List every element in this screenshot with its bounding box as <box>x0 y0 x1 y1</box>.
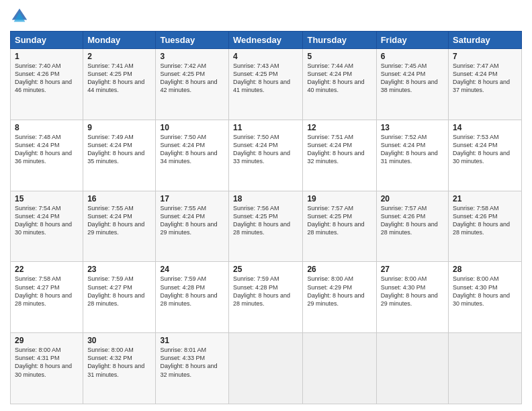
day-info: Sunrise: 7:50 AMSunset: 4:24 PMDaylight:… <box>233 133 298 166</box>
table-row: 25Sunrise: 7:59 AMSunset: 4:28 PMDayligh… <box>229 262 303 333</box>
header-day-thursday: Thursday <box>303 32 376 49</box>
table-row: 3Sunrise: 7:42 AMSunset: 4:25 PMDaylight… <box>156 49 229 120</box>
day-number: 19 <box>307 194 371 203</box>
table-row: 7Sunrise: 7:47 AMSunset: 4:24 PMDaylight… <box>449 49 522 120</box>
table-row: 2Sunrise: 7:41 AMSunset: 4:25 PMDaylight… <box>83 49 156 120</box>
week-row-1: 1Sunrise: 7:40 AMSunset: 4:26 PMDaylight… <box>11 49 522 120</box>
table-row <box>376 333 448 404</box>
table-row: 19Sunrise: 7:57 AMSunset: 4:25 PMDayligh… <box>303 191 376 262</box>
day-info: Sunrise: 8:00 AMSunset: 4:30 PMDaylight:… <box>453 275 517 308</box>
day-number: 26 <box>307 265 371 274</box>
day-number: 30 <box>87 336 151 345</box>
header <box>10 7 522 26</box>
table-row: 6Sunrise: 7:45 AMSunset: 4:24 PMDaylight… <box>376 49 448 120</box>
table-row: 31Sunrise: 8:01 AMSunset: 4:33 PMDayligh… <box>156 333 229 404</box>
table-row: 21Sunrise: 7:58 AMSunset: 4:26 PMDayligh… <box>449 191 522 262</box>
table-row: 18Sunrise: 7:56 AMSunset: 4:25 PMDayligh… <box>229 191 303 262</box>
day-info: Sunrise: 8:00 AMSunset: 4:30 PMDaylight:… <box>381 275 444 308</box>
day-number: 29 <box>15 336 79 345</box>
day-info: Sunrise: 7:42 AMSunset: 4:25 PMDaylight:… <box>160 62 224 95</box>
day-info: Sunrise: 7:54 AMSunset: 4:24 PMDaylight:… <box>15 204 79 237</box>
table-row: 11Sunrise: 7:50 AMSunset: 4:24 PMDayligh… <box>229 120 303 191</box>
table-row <box>229 333 303 404</box>
table-row: 15Sunrise: 7:54 AMSunset: 4:24 PMDayligh… <box>11 191 83 262</box>
day-number: 20 <box>381 194 444 203</box>
day-number: 1 <box>15 52 79 61</box>
day-number: 7 <box>453 52 517 61</box>
day-number: 23 <box>87 265 151 274</box>
table-row: 22Sunrise: 7:58 AMSunset: 4:27 PMDayligh… <box>11 262 83 333</box>
table-row: 17Sunrise: 7:55 AMSunset: 4:24 PMDayligh… <box>156 191 229 262</box>
table-row: 5Sunrise: 7:44 AMSunset: 4:24 PMDaylight… <box>303 49 376 120</box>
header-day-wednesday: Wednesday <box>229 32 303 49</box>
table-row <box>303 333 376 404</box>
week-row-2: 8Sunrise: 7:48 AMSunset: 4:24 PMDaylight… <box>11 120 522 191</box>
table-row: 30Sunrise: 8:00 AMSunset: 4:32 PMDayligh… <box>83 333 156 404</box>
day-info: Sunrise: 8:00 AMSunset: 4:32 PMDaylight:… <box>87 346 151 379</box>
day-number: 2 <box>87 52 151 61</box>
table-row: 26Sunrise: 8:00 AMSunset: 4:29 PMDayligh… <box>303 262 376 333</box>
day-number: 12 <box>307 123 371 132</box>
calendar-header: SundayMondayTuesdayWednesdayThursdayFrid… <box>11 32 522 49</box>
table-row: 1Sunrise: 7:40 AMSunset: 4:26 PMDaylight… <box>11 49 83 120</box>
day-number: 6 <box>381 52 444 61</box>
table-row: 9Sunrise: 7:49 AMSunset: 4:24 PMDaylight… <box>83 120 156 191</box>
day-number: 18 <box>233 194 298 203</box>
day-info: Sunrise: 7:59 AMSunset: 4:28 PMDaylight:… <box>160 275 224 308</box>
header-day-sunday: Sunday <box>11 32 83 49</box>
day-info: Sunrise: 7:58 AMSunset: 4:26 PMDaylight:… <box>453 204 517 237</box>
day-number: 25 <box>233 265 298 274</box>
header-day-friday: Friday <box>376 32 448 49</box>
day-number: 22 <box>15 265 79 274</box>
header-day-tuesday: Tuesday <box>156 32 229 49</box>
day-info: Sunrise: 8:00 AMSunset: 4:29 PMDaylight:… <box>307 275 371 308</box>
table-row: 20Sunrise: 7:57 AMSunset: 4:26 PMDayligh… <box>376 191 448 262</box>
table-row: 23Sunrise: 7:59 AMSunset: 4:27 PMDayligh… <box>83 262 156 333</box>
header-day-monday: Monday <box>83 32 156 49</box>
table-row: 24Sunrise: 7:59 AMSunset: 4:28 PMDayligh… <box>156 262 229 333</box>
day-number: 8 <box>15 123 79 132</box>
logo <box>10 7 32 26</box>
day-number: 17 <box>160 194 224 203</box>
week-row-4: 22Sunrise: 7:58 AMSunset: 4:27 PMDayligh… <box>11 262 522 333</box>
day-number: 11 <box>233 123 298 132</box>
day-info: Sunrise: 7:52 AMSunset: 4:24 PMDaylight:… <box>381 133 444 166</box>
day-info: Sunrise: 7:43 AMSunset: 4:25 PMDaylight:… <box>233 62 298 95</box>
day-number: 24 <box>160 265 224 274</box>
day-info: Sunrise: 7:50 AMSunset: 4:24 PMDaylight:… <box>160 133 224 166</box>
day-number: 28 <box>453 265 517 274</box>
day-info: Sunrise: 7:47 AMSunset: 4:24 PMDaylight:… <box>453 62 517 95</box>
day-number: 3 <box>160 52 224 61</box>
calendar-table: SundayMondayTuesdayWednesdayThursdayFrid… <box>10 31 522 404</box>
day-info: Sunrise: 8:00 AMSunset: 4:31 PMDaylight:… <box>15 346 79 379</box>
week-row-5: 29Sunrise: 8:00 AMSunset: 4:31 PMDayligh… <box>11 333 522 404</box>
day-info: Sunrise: 7:45 AMSunset: 4:24 PMDaylight:… <box>381 62 444 95</box>
page: SundayMondayTuesdayWednesdayThursdayFrid… <box>0 0 532 411</box>
day-number: 31 <box>160 336 224 345</box>
day-number: 13 <box>381 123 444 132</box>
day-info: Sunrise: 7:51 AMSunset: 4:24 PMDaylight:… <box>307 133 371 166</box>
day-info: Sunrise: 7:55 AMSunset: 4:24 PMDaylight:… <box>160 204 224 237</box>
day-info: Sunrise: 8:01 AMSunset: 4:33 PMDaylight:… <box>160 346 224 379</box>
day-info: Sunrise: 7:49 AMSunset: 4:24 PMDaylight:… <box>87 133 151 166</box>
day-info: Sunrise: 7:58 AMSunset: 4:27 PMDaylight:… <box>15 275 79 308</box>
logo-icon <box>10 7 29 26</box>
table-row: 10Sunrise: 7:50 AMSunset: 4:24 PMDayligh… <box>156 120 229 191</box>
day-info: Sunrise: 7:55 AMSunset: 4:24 PMDaylight:… <box>87 204 151 237</box>
day-number: 4 <box>233 52 298 61</box>
table-row: 8Sunrise: 7:48 AMSunset: 4:24 PMDaylight… <box>11 120 83 191</box>
day-info: Sunrise: 7:57 AMSunset: 4:26 PMDaylight:… <box>381 204 444 237</box>
table-row: 13Sunrise: 7:52 AMSunset: 4:24 PMDayligh… <box>376 120 448 191</box>
table-row: 16Sunrise: 7:55 AMSunset: 4:24 PMDayligh… <box>83 191 156 262</box>
day-number: 15 <box>15 194 79 203</box>
calendar-body: 1Sunrise: 7:40 AMSunset: 4:26 PMDaylight… <box>11 49 522 404</box>
day-number: 14 <box>453 123 517 132</box>
day-number: 9 <box>87 123 151 132</box>
day-info: Sunrise: 7:57 AMSunset: 4:25 PMDaylight:… <box>307 204 371 237</box>
day-info: Sunrise: 7:59 AMSunset: 4:27 PMDaylight:… <box>87 275 151 308</box>
day-number: 10 <box>160 123 224 132</box>
day-info: Sunrise: 7:44 AMSunset: 4:24 PMDaylight:… <box>307 62 371 95</box>
day-number: 16 <box>87 194 151 203</box>
day-info: Sunrise: 7:40 AMSunset: 4:26 PMDaylight:… <box>15 62 79 95</box>
day-info: Sunrise: 7:59 AMSunset: 4:28 PMDaylight:… <box>233 275 298 308</box>
